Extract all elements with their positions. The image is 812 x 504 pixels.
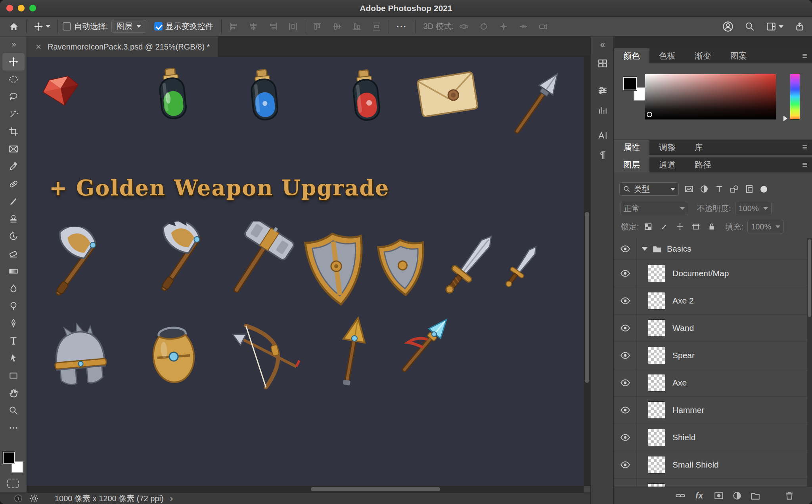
filter-toggle-icon[interactable] (760, 186, 767, 193)
layer-style-icon[interactable]: fx (695, 491, 703, 501)
filter-adjustment-icon[interactable] (699, 184, 709, 194)
close-window-button[interactable] (6, 5, 13, 11)
pan-3d-icon[interactable] (496, 19, 511, 34)
tab-adjustments[interactable]: 调整 (649, 140, 685, 155)
scrollbar-thumb[interactable] (311, 487, 440, 491)
move-tool[interactable] (2, 53, 25, 71)
filter-image-icon[interactable] (684, 184, 694, 194)
align-left-button[interactable] (226, 19, 241, 34)
align-right-button[interactable] (266, 19, 280, 34)
tab-layers[interactable]: 图层 (614, 157, 649, 172)
roll-3d-icon[interactable] (477, 19, 491, 34)
lock-pixels-icon[interactable] (660, 222, 668, 231)
auto-select-checkbox[interactable] (63, 22, 71, 31)
layer-thumbnail[interactable] (648, 401, 665, 419)
visibility-toggle[interactable] (614, 451, 637, 478)
panel-sliders-icon[interactable] (596, 83, 610, 97)
panel-levels-icon[interactable] (596, 103, 610, 117)
share-icon[interactable] (795, 21, 805, 32)
clone-stamp-tool[interactable] (2, 210, 25, 227)
canvas-horizontal-scrollbar[interactable] (27, 486, 584, 493)
panel-paragraph-icon[interactable] (596, 148, 610, 162)
visibility-toggle[interactable] (614, 369, 637, 396)
adjustment-layer-icon[interactable] (732, 491, 742, 501)
layers-scrollbar[interactable] (807, 238, 812, 487)
move-tool-preset[interactable] (31, 19, 53, 34)
layer-row[interactable]: Wand (614, 315, 807, 342)
layer-thumbnail[interactable] (648, 374, 665, 391)
blur-tool[interactable] (2, 280, 25, 297)
filter-smart-object-icon[interactable] (745, 184, 754, 194)
lock-transparency-icon[interactable] (644, 222, 653, 231)
tab-color[interactable]: 颜色 (614, 48, 649, 63)
layer-thumbnail[interactable] (648, 429, 665, 446)
zoom-window-button[interactable] (29, 5, 36, 11)
gradient-tool[interactable] (2, 262, 25, 280)
panel-blocks-icon[interactable] (596, 56, 610, 71)
layer-thumbnail[interactable] (648, 292, 665, 309)
fg-bg-swatches[interactable] (623, 77, 648, 101)
tab-channels[interactable]: 通道 (649, 157, 685, 172)
link-layers-icon[interactable] (675, 491, 686, 501)
canvas[interactable]: + Golden Weapon Upgrade (27, 57, 584, 486)
pen-tool[interactable] (2, 315, 25, 332)
quick-action-icon[interactable] (13, 494, 23, 503)
document-tab[interactable]: × RavenmoreIconPack.3.psd @ 215%(RGB/8) … (27, 36, 219, 57)
group-expand-chevron[interactable] (642, 247, 648, 251)
canvas-vertical-scrollbar[interactable] (584, 57, 590, 486)
distribute-v-button[interactable] (370, 19, 384, 34)
eyedropper-tool[interactable] (2, 158, 25, 175)
orbit-3d-icon[interactable] (457, 19, 471, 34)
layer-row[interactable]: Hammer (614, 397, 807, 424)
visibility-toggle[interactable] (614, 397, 637, 424)
scrollbar-thumb[interactable] (808, 239, 811, 317)
visibility-toggle[interactable] (614, 287, 637, 314)
add-mask-icon[interactable] (714, 491, 724, 501)
magic-wand-tool[interactable] (2, 105, 25, 123)
expand-tools-icon[interactable]: » (0, 40, 27, 49)
saturation-brightness-field[interactable] (645, 74, 776, 120)
history-brush-tool[interactable] (2, 227, 25, 245)
path-select-tool[interactable] (2, 349, 25, 367)
lock-artboard-icon[interactable] (691, 222, 700, 231)
visibility-toggle[interactable] (614, 315, 637, 342)
filter-type-icon[interactable] (714, 184, 724, 194)
crop-tool[interactable] (2, 123, 25, 140)
status-chevron-icon[interactable]: › (170, 493, 173, 504)
foreground-color-swatch[interactable] (3, 452, 15, 464)
tab-gradients[interactable]: 渐变 (685, 48, 721, 63)
type-tool[interactable] (2, 332, 25, 349)
tab-libraries[interactable]: 库 (685, 140, 712, 155)
align-top-button[interactable] (310, 19, 324, 34)
layer-filter-dropdown[interactable]: 类型 (619, 182, 679, 196)
layer-thumbnail[interactable] (648, 319, 665, 337)
eraser-tool[interactable] (2, 245, 25, 262)
layer-thumbnail[interactable] (648, 483, 665, 487)
close-tab-icon[interactable]: × (36, 41, 41, 52)
scrollbar-thumb[interactable] (585, 212, 589, 383)
layer-row[interactable]: Axe 2 (614, 287, 807, 315)
minimize-window-button[interactable] (18, 5, 25, 11)
color-cursor[interactable] (647, 112, 652, 117)
layer-thumbnail[interactable] (648, 456, 665, 473)
lock-all-icon[interactable] (707, 222, 716, 231)
more-options-button[interactable]: ··· (397, 22, 407, 31)
healing-brush-tool[interactable] (2, 175, 25, 193)
tab-paths[interactable]: 路径 (685, 157, 721, 172)
delete-layer-icon[interactable] (784, 491, 795, 501)
layer-row[interactable]: Scroll (614, 479, 807, 487)
dodge-tool[interactable] (2, 297, 25, 315)
edit-toolbar-button[interactable] (2, 419, 25, 437)
brush-tool[interactable] (2, 193, 25, 210)
visibility-toggle[interactable] (614, 479, 637, 487)
panel-menu-icon[interactable]: ≡ (802, 161, 807, 169)
panel-menu-icon[interactable]: ≡ (802, 52, 807, 60)
color-swatches[interactable] (3, 452, 24, 474)
layer-row[interactable]: Document/Map (614, 260, 807, 287)
visibility-toggle[interactable] (614, 342, 637, 369)
layer-group-row[interactable]: Basics (614, 238, 807, 260)
tab-swatches[interactable]: 色板 (649, 48, 685, 63)
account-icon[interactable] (722, 21, 733, 32)
panel-character-icon[interactable] (596, 128, 610, 143)
layer-row[interactable]: Shield (614, 424, 807, 451)
